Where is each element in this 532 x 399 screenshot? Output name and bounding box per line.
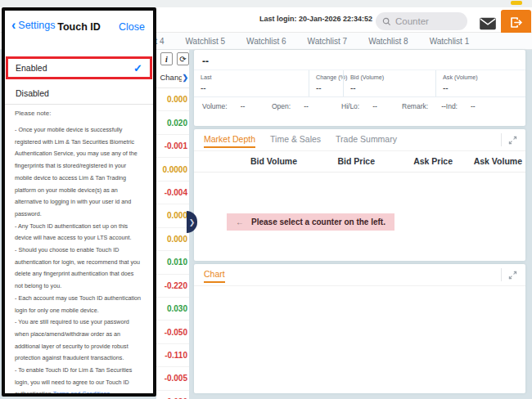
quote-title: -- [194,50,525,69]
quote-meta-item: Remark: -- [402,102,446,110]
meta-label: Volume: [202,102,228,110]
notice-text: Please select a counter on the left. [251,217,385,226]
meta-label: Hi/Lo: [341,102,359,110]
watchlist-change-cell[interactable]: -0.220 [156,275,189,298]
app-screen: Last login: 20-Jan-2026 22:34:52 Watchli… [0,0,532,399]
quote-panel: -- Last -- Change (%) -- Bid (Volume) -- [194,50,525,126]
stat-label: Bid (Volume) [350,74,434,81]
stat-value: -- [350,83,434,92]
note-paragraph: - Each account may use Touch ID authenti… [15,293,142,316]
stat-label: Ask (Volume) [443,74,524,81]
watchlist-change-cell[interactable]: 0.000 [156,88,189,111]
watchlist-change-cell[interactable]: 0.000 [156,228,189,251]
watchlist-change-cell[interactable]: 0.020 [156,111,189,134]
stat-value: -- [316,83,341,92]
depth-column-header: Ask Volume [456,156,525,166]
chart-panel: Chart [194,264,525,393]
quote-meta-item: Ind: -- [446,102,476,110]
close-button[interactable]: Close [119,21,145,33]
quote-stat-cell: Bid (Volume) -- [343,70,435,96]
meta-label: Open: [272,102,291,110]
stat-label: Change (%) [316,74,341,81]
expand-icon[interactable] [508,271,517,280]
refresh-button[interactable]: ⟳ [177,52,189,65]
enabled-label: Enabled [16,63,47,73]
notification-dash [511,1,522,5]
quote-meta-item: Hi/Lo: -- [341,102,402,110]
watchlist-tab[interactable]: Watchlist 5 [186,37,226,46]
depth-column-header: Bid Volume [194,156,300,166]
watchlist-tab[interactable]: Watchlist 6 [246,37,286,46]
watchlist-change-cell[interactable]: 0.000 [156,204,189,227]
checkmark-icon: ✓ [133,62,142,74]
note-heading: Please note: [15,110,51,117]
meta-value: -- [471,102,476,110]
depth-column-header: Bid Price [300,156,378,166]
meta-value: -- [304,102,309,110]
depth-column-header: Ask Price [378,156,456,166]
divider [501,133,502,146]
stat-value: -- [443,83,524,92]
divider [501,268,502,281]
notes-text: - Once your mobile device is successfull… [15,124,142,397]
meta-value: -- [241,102,246,110]
option-enabled[interactable]: Enabled ✓ [6,56,152,79]
chart-tabbar: Chart [194,264,525,286]
watchlist-change-cell[interactable]: -0.005 [156,367,189,390]
tab-trade-summary[interactable]: Trade Summary [336,134,397,148]
watchlist-tab[interactable]: Watchlist 1 [430,37,470,46]
quote-meta-item: Volume: -- [202,102,272,110]
last-login-text: Last login: 20-Jan-2026 22:34:52 [246,15,372,23]
quote-stats: Last -- Change (%) -- Bid (Volume) -- As… [194,69,525,96]
tab-market-depth[interactable]: Market Depth [204,134,255,148]
option-disabled[interactable]: Disabled [5,83,153,105]
depth-column-headers: Bid VolumeBid PriceAsk PriceAsk Volume [194,151,525,173]
status-strip [0,0,532,7]
stat-value: -- [201,83,307,92]
note-paragraph-final: - To enable Touch ID for Lim & Tan Secur… [15,365,142,397]
change-rows: 0.0000.020-0.0010.0000-0.0040.0000.0000.… [156,88,189,399]
quote-meta-item: Open: -- [272,102,341,110]
watchlist-tab[interactable]: Watchlist 7 [308,37,348,46]
quote-stat-cell: Ask (Volume) -- [435,70,525,96]
note-paragraph: - Any Touch ID authentication set up on … [15,221,142,244]
left-arrow-icon: ← [236,217,244,226]
disabled-label: Disabled [16,88,49,98]
note-paragraph: - You are still required to use your pas… [15,316,142,365]
change-header-label: Change [160,73,182,82]
watchlist-change-cell[interactable]: -0.050 [156,321,189,343]
watchlist-change-cell[interactable]: 0.0000 [156,158,189,181]
logout-button[interactable] [501,10,531,34]
chevron-right-icon: ❯ [189,218,196,226]
logout-icon [508,15,524,30]
quote-stat-cell: Last -- [194,70,309,96]
tab-chart[interactable]: Chart [204,269,225,283]
watchlist-change-cell[interactable]: -0.001 [156,135,189,158]
touch-id-modal: ‹ Settings Touch ID Close Enabled ✓ Disa… [2,7,156,397]
mail-icon[interactable] [479,17,497,30]
depth-tabbar: Market Depth Time & Sales Trade Summary [194,129,525,151]
stat-label: Last [201,74,307,81]
watchlist-tab[interactable]: Watchlist 8 [368,37,408,46]
watchlist-change-cell[interactable]: 0.010 [156,251,189,274]
watchlist-change-cell[interactable]: -0.004 [156,182,189,204]
watchlist-change-cell[interactable]: 0.030 [156,298,189,321]
meta-label: Remark: [402,102,428,110]
watchlist-change-cell[interactable]: -0.080 [156,391,189,399]
search-input[interactable] [395,16,461,26]
info-button[interactable]: i [160,52,173,65]
market-depth-panel: Market Depth Time & Sales Trade Summary … [194,129,525,261]
select-counter-notice: ← Please select a counter on the left. [227,213,394,231]
terms-and-conditions-link[interactable]: Terms and Conditions. [53,390,112,397]
meta-label: Ind: [446,102,458,110]
change-column-header: Change ❯ [156,67,189,88]
watchlist-change-cell[interactable]: -0.110 [156,344,189,367]
note-paragraph: - Once your mobile device is successfull… [15,124,142,221]
meta-value: -- [372,102,377,110]
counter-search[interactable] [376,12,467,30]
expand-icon[interactable] [508,136,517,145]
quote-stat-cell: Change (%) -- [309,70,343,96]
note-paragraph: - Should you choose to enable Touch ID a… [15,244,142,293]
tab-time-and-sales[interactable]: Time & Sales [270,134,321,148]
expand-watchlist-chevron-icon[interactable]: ❯ [182,74,188,82]
